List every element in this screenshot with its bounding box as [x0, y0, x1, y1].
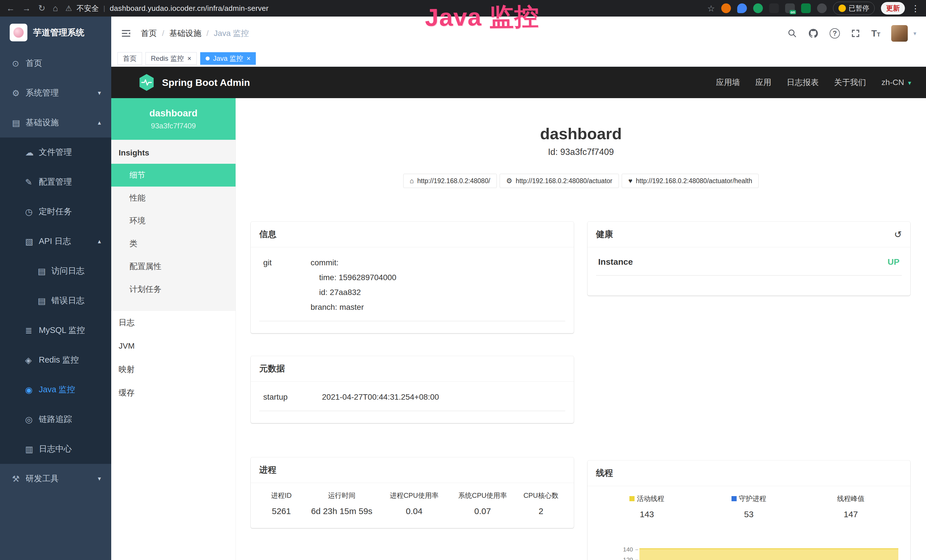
- breadcrumb-separator: /: [162, 29, 164, 38]
- address-bar[interactable]: ⚠ 不安全 | dashboard.yudao.iocoder.cn/infra…: [65, 3, 322, 14]
- fullscreen-icon[interactable]: [851, 29, 860, 38]
- sidebar-item-tracing[interactable]: ◎ 链路追踪: [0, 404, 111, 434]
- sba-instance-header[interactable]: dashboard 93a3fc7f7409: [111, 98, 236, 140]
- home-icon[interactable]: ⌂: [53, 4, 58, 12]
- process-card-header: 进程: [251, 457, 574, 483]
- health-card-header: 健康 ↺: [587, 222, 911, 247]
- heart-icon: ♥: [628, 177, 632, 185]
- browser-menu-icon[interactable]: ⋮: [911, 3, 920, 14]
- app-logo-icon: [10, 24, 27, 41]
- sba-item-mappings[interactable]: 映射: [111, 358, 236, 381]
- threads-card: 线程 活动线程 守护进程: [587, 460, 911, 560]
- forward-icon[interactable]: →: [22, 4, 31, 12]
- sba-nav-about[interactable]: 关于我们: [834, 77, 866, 88]
- admin-sidebar: 芋道管理系统 ⊙ 首页 ⚙ 系统管理 ▾ ▤ 基础设施 ▴ ☁ 文件管理 ✎ 配…: [0, 17, 111, 560]
- sba-item-classes[interactable]: 类: [111, 232, 236, 255]
- log-center-icon: ▥: [25, 444, 39, 454]
- sidebar-item-label: 研发工具: [26, 473, 59, 484]
- sidebar-item-redis-monitor[interactable]: ◈ Redis 监控: [0, 345, 111, 375]
- live-threads-area-series: [639, 548, 899, 560]
- breadcrumb-home[interactable]: 首页: [141, 28, 157, 39]
- infrastructure-submenu: ☁ 文件管理 ✎ 配置管理 ◷ 定时任务 ▧ API 日志 ▴ ▤ 访问日志 ▤: [0, 138, 111, 464]
- sba-item-logs[interactable]: 日志: [111, 311, 236, 334]
- process-card: 进程 进程ID 运行时间 进程CPU使用率 系统CPU使用率 CPU核心数 52…: [251, 457, 574, 528]
- sba-item-caches[interactable]: 缓存: [111, 381, 236, 404]
- close-icon[interactable]: ×: [247, 55, 250, 62]
- sidebar-item-home[interactable]: ⊙ 首页: [0, 48, 111, 78]
- sba-nav-wallboard[interactable]: 应用墙: [716, 77, 740, 88]
- tags-view: 首页 Redis 监控 × Java 监控 ×: [111, 50, 926, 67]
- bookmark-star-icon[interactable]: ☆: [707, 3, 715, 14]
- extension-icon-2[interactable]: [737, 3, 747, 13]
- sba-item-properties[interactable]: 配置属性: [111, 255, 236, 278]
- metadata-key: startup: [259, 390, 322, 404]
- avatar[interactable]: [891, 25, 908, 42]
- extension-icon-3[interactable]: [753, 3, 763, 13]
- app-logo-row[interactable]: 芋道管理系统: [0, 17, 111, 48]
- update-button[interactable]: 更新: [881, 2, 905, 15]
- sba-item-environment[interactable]: 环境: [111, 209, 236, 232]
- sidebar-item-access-log[interactable]: ▤ 访问日志: [0, 256, 111, 286]
- history-icon[interactable]: ↺: [894, 229, 902, 240]
- breadcrumb-section[interactable]: 基础设施: [169, 28, 201, 39]
- threads-card-body: 活动线程 守护进程 线程峰值 143 53 147: [587, 486, 911, 560]
- extension-icon-6[interactable]: [801, 3, 811, 13]
- sidebar-item-label: 日志中心: [39, 443, 72, 455]
- service-url-button[interactable]: ⌂ http://192.168.0.2:48080/: [403, 174, 497, 188]
- sba-sidebar: dashboard 93a3fc7f7409 Insights 细节 性能 环境…: [111, 98, 236, 560]
- sidebar-item-label: 首页: [26, 58, 42, 69]
- sidebar-item-system[interactable]: ⚙ 系统管理 ▾: [0, 78, 111, 108]
- sidebar-item-label: 错误日志: [51, 295, 85, 306]
- sidebar-item-java-monitor[interactable]: ◉ Java 监控: [0, 375, 111, 404]
- sidebar-item-mysql-monitor[interactable]: ≣ MySQL 监控: [0, 316, 111, 345]
- sidebar-item-infrastructure[interactable]: ▤ 基础设施 ▴: [0, 108, 111, 138]
- sba-nav-applications[interactable]: 应用: [755, 77, 772, 88]
- health-url-button[interactable]: ♥ http://192.168.0.2:48080/actuator/heal…: [622, 174, 759, 188]
- back-icon[interactable]: ←: [6, 4, 15, 12]
- extension-icon-1[interactable]: [721, 3, 731, 13]
- extension-icon-7[interactable]: [817, 3, 827, 13]
- chevron-down-icon: ▾: [98, 89, 101, 97]
- profile-paused-badge[interactable]: 已暂停: [833, 2, 875, 15]
- sba-nav-journal[interactable]: 日志报表: [787, 77, 819, 88]
- extension-icon-5[interactable]: on: [785, 3, 795, 13]
- process-table: 进程ID 运行时间 进程CPU使用率 系统CPU使用率 CPU核心数 5261 …: [259, 491, 565, 516]
- extension-icon-4[interactable]: [769, 3, 779, 13]
- cloud-icon: ☁: [25, 147, 39, 157]
- avatar-caret-icon[interactable]: ▾: [914, 30, 916, 37]
- sidebar-item-api-log[interactable]: ▧ API 日志 ▴: [0, 227, 111, 256]
- sidebar-item-scheduled-jobs[interactable]: ◷ 定时任务: [0, 197, 111, 227]
- sidebar-item-label: 定时任务: [39, 206, 72, 217]
- search-icon[interactable]: [787, 29, 797, 38]
- sidebar-item-config-manage[interactable]: ✎ 配置管理: [0, 167, 111, 197]
- edit-icon: ✎: [25, 177, 39, 187]
- metadata-value: 2021-04-27T00:44:31.254+08:00: [322, 390, 439, 404]
- sidebar-item-error-log[interactable]: ▤ 错误日志: [0, 286, 111, 316]
- hamburger-icon[interactable]: [121, 29, 131, 38]
- github-icon[interactable]: [808, 28, 819, 39]
- browser-toolbar-right: ☆ on 已暂停 更新 ⋮: [707, 2, 920, 15]
- tab-home[interactable]: 首页: [118, 52, 142, 65]
- help-icon[interactable]: ?: [830, 28, 840, 38]
- sba-locale-select[interactable]: zh-CN ▾: [882, 78, 911, 87]
- sba-locale-label: zh-CN: [882, 78, 904, 87]
- reload-icon[interactable]: ↻: [38, 4, 45, 12]
- y-axis-tick-icon: [635, 549, 638, 550]
- sba-item-jvm[interactable]: JVM: [111, 334, 236, 358]
- sidebar-item-file-manage[interactable]: ☁ 文件管理: [0, 138, 111, 167]
- security-warning-icon: ⚠: [65, 4, 72, 13]
- sba-item-tasks[interactable]: 计划任务: [111, 278, 236, 301]
- close-icon[interactable]: ×: [188, 55, 191, 62]
- tab-redis-monitor[interactable]: Redis 监控 ×: [145, 52, 197, 65]
- health-row[interactable]: Instance UP: [596, 255, 902, 275]
- font-size-icon[interactable]: TT: [871, 28, 881, 39]
- url-separator: |: [103, 4, 105, 12]
- sidebar-item-dev-tools[interactable]: ⚒ 研发工具 ▾: [0, 464, 111, 493]
- sidebar-item-log-center[interactable]: ▥ 日志中心: [0, 434, 111, 464]
- sba-item-details[interactable]: 细节: [111, 164, 236, 186]
- threads-chart: 140 120 100: [596, 529, 902, 560]
- tab-java-monitor[interactable]: Java 监控 ×: [200, 52, 256, 65]
- sba-item-performance[interactable]: 性能: [111, 186, 236, 209]
- actuator-url-button[interactable]: ⚙ http://192.168.0.2:48080/actuator: [500, 174, 619, 188]
- info-card-body: git commit: time: 1596289704000 id: 27aa…: [251, 247, 574, 333]
